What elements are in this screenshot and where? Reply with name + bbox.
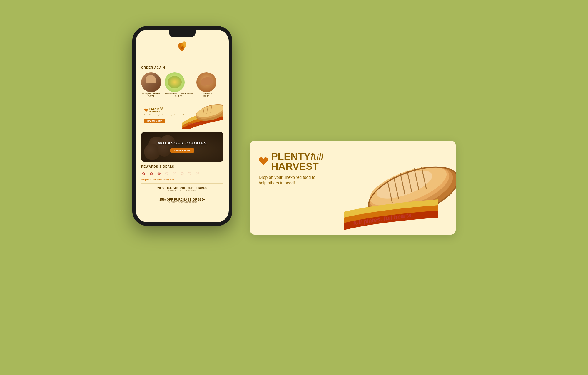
large-banner-tagline: Drop off your unexpired food to help oth…	[259, 175, 323, 186]
reward-icon-6: ♡	[179, 171, 185, 176]
deal-item-1[interactable]: 20 % OFF SOURDOUGH LOAVES EXPIRES OCTOBE…	[141, 183, 223, 195]
croissant-price: $2.13	[196, 95, 216, 97]
harvest-heart-icon-large	[259, 157, 268, 166]
phone-notch	[169, 30, 196, 37]
deal-item-2[interactable]: 15% OFF PURCHASE OF $25+ EXPIRES DECEMBE…	[141, 195, 223, 206]
harvest-banner-content: PLENTYfull HARVEST Drop off your unexpir…	[141, 105, 223, 126]
rewards-icons-row: ✿ ✿ ✿ ♡ ♡ ♡ ♡ ♡	[141, 171, 223, 176]
reward-icon-3: ✿	[156, 171, 162, 176]
phone-frame: ORDER AGAIN Pumpkin Muffin $3.74 Blossom…	[132, 26, 232, 226]
salad-price: $14.96	[165, 95, 193, 97]
reward-icon-2: ✿	[149, 171, 154, 176]
cookies-title: MOLASSES COOKIES	[158, 141, 207, 145]
harvest-brand-text-large: PLENTYfull HARVEST	[271, 151, 323, 171]
harvest-heart-icon-small	[144, 108, 148, 112]
rewards-section: REWARDS & DEALS ✿ ✿ ✿ ♡ ♡ ♡ ♡ ♡	[141, 165, 223, 180]
learn-more-button[interactable]: LEARN MORE	[144, 119, 165, 123]
deal-1-title: 20 % OFF SOURDOUGH LOAVES	[141, 186, 223, 190]
deal-1-expires: EXPIRES OCTOBER 31ST	[141, 190, 223, 192]
cookies-banner: MOLASSES COOKIES ORDER NOW	[141, 132, 223, 162]
phone-mockup: ORDER AGAIN Pumpkin Muffin $3.74 Blossom…	[132, 26, 232, 349]
harvest-logo-large: PLENTYfull HARVEST	[259, 151, 335, 171]
brand-harvest: HARVEST	[271, 161, 323, 171]
order-now-button[interactable]: ORDER NOW	[170, 148, 194, 153]
harvest-logo-small: PLENTYfull HARVEST	[144, 107, 220, 113]
muffin-name: Pumpkin Muffin	[141, 92, 161, 95]
reward-icon-5: ♡	[172, 171, 177, 176]
phone-screen: ORDER AGAIN Pumpkin Muffin $3.74 Blossom…	[136, 30, 229, 222]
large-banner-left: PLENTYfull HARVEST Drop off your unexpir…	[250, 141, 344, 235]
large-banner-right: full plates, full hearts.	[344, 141, 456, 235]
croissant-name: Croissant	[196, 92, 216, 95]
muffin-image	[141, 72, 161, 92]
harvest-banner-small: PLENTYfull HARVEST Drop off your unexpir…	[141, 102, 223, 129]
brand-full: full	[310, 151, 323, 162]
reward-icon-7: ♡	[187, 171, 192, 176]
order-item-muffin[interactable]: Pumpkin Muffin $3.74	[141, 72, 161, 98]
croissant-image	[196, 72, 216, 92]
app-logo	[175, 38, 190, 53]
reward-icon-8: ♡	[195, 171, 200, 176]
cookies-content: MOLASSES COOKIES ORDER NOW	[158, 141, 207, 153]
deal-2-expires: EXPIRES DECEMBER 31ST	[141, 201, 223, 203]
svg-point-3	[181, 46, 184, 49]
rewards-progress-text: 100 points until a free pastry item!	[141, 178, 223, 180]
reward-icon-4: ♡	[164, 171, 169, 176]
order-item-croissant[interactable]: Croissant $2.13	[196, 72, 216, 98]
order-again-row: Pumpkin Muffin $3.74 Blossoming Caesar B…	[141, 72, 223, 98]
salad-name: Blossoming Caesar Bowl	[165, 92, 193, 95]
salad-image	[165, 72, 185, 92]
order-again-title: ORDER AGAIN	[141, 66, 223, 69]
large-harvest-banner: PLENTYfull HARVEST Drop off your unexpir…	[250, 141, 456, 235]
brand-plenty: PLENTY	[271, 151, 310, 162]
order-item-salad[interactable]: Blossoming Caesar Bowl $14.96	[165, 72, 193, 98]
harvest-tagline-small: Drop off your unexpired food to help oth…	[144, 114, 220, 116]
reward-icon-1: ✿	[141, 171, 146, 176]
muffin-price: $3.74	[141, 95, 161, 97]
harvest-brand-small: PLENTYfull HARVEST	[149, 107, 163, 113]
phone-content: ORDER AGAIN Pumpkin Muffin $3.74 Blossom…	[136, 66, 229, 206]
deal-2-title: 15% OFF PURCHASE OF $25+	[141, 198, 223, 201]
rewards-title: REWARDS & DEALS	[141, 165, 223, 168]
